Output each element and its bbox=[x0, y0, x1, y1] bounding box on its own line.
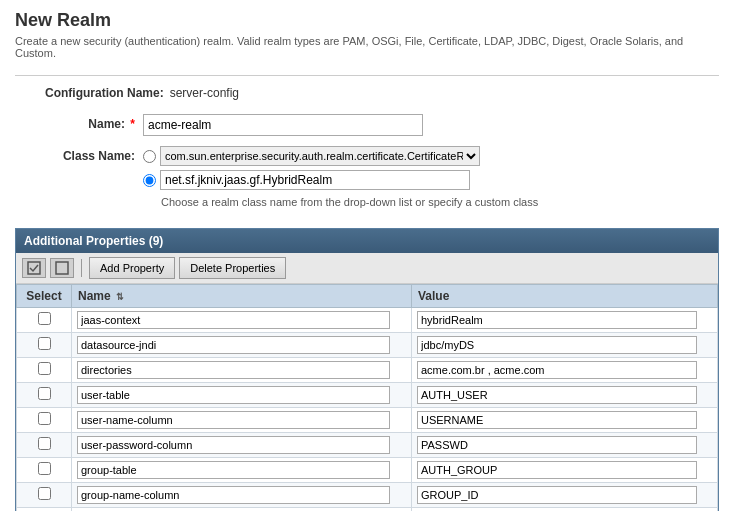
class-name-row: Class Name: com.sun.enterprise.security.… bbox=[35, 146, 719, 208]
class-name-select[interactable]: com.sun.enterprise.security.auth.realm.c… bbox=[160, 146, 480, 166]
config-name-row: Configuration Name: server-config bbox=[15, 86, 719, 100]
row-checkbox[interactable] bbox=[38, 337, 51, 350]
row-select-cell bbox=[17, 308, 72, 333]
name-row: Name: * bbox=[35, 114, 719, 136]
row-value-input[interactable] bbox=[417, 411, 697, 429]
row-name-input[interactable] bbox=[77, 311, 390, 329]
table-row bbox=[17, 333, 718, 358]
row-checkbox[interactable] bbox=[38, 312, 51, 325]
row-name-input[interactable] bbox=[77, 461, 390, 479]
required-star: * bbox=[130, 117, 135, 131]
row-name-cell bbox=[72, 433, 412, 458]
row-select-cell bbox=[17, 408, 72, 433]
page-description: Create a new security (authentication) r… bbox=[15, 35, 719, 59]
row-name-cell bbox=[72, 483, 412, 508]
svg-rect-1 bbox=[56, 262, 68, 274]
row-name-cell bbox=[72, 458, 412, 483]
row-checkbox[interactable] bbox=[38, 462, 51, 475]
deselect-all-icon bbox=[55, 261, 69, 275]
row-value-cell bbox=[412, 483, 718, 508]
table-row bbox=[17, 433, 718, 458]
sort-icon[interactable]: ⇅ bbox=[116, 292, 124, 302]
row-checkbox[interactable] bbox=[38, 362, 51, 375]
row-checkbox[interactable] bbox=[38, 437, 51, 450]
table-row bbox=[17, 508, 718, 512]
deselect-all-button[interactable] bbox=[50, 258, 74, 278]
row-select-cell bbox=[17, 383, 72, 408]
form-section: Name: * Class Name: com.sun.enterprise.s… bbox=[15, 114, 719, 208]
row-checkbox[interactable] bbox=[38, 487, 51, 500]
row-name-cell bbox=[72, 358, 412, 383]
config-section: Configuration Name: server-config Name: … bbox=[15, 75, 719, 208]
row-value-cell bbox=[412, 333, 718, 358]
dropdown-radio[interactable] bbox=[143, 150, 156, 163]
row-select-cell bbox=[17, 458, 72, 483]
custom-radio-row bbox=[143, 170, 538, 190]
row-select-cell bbox=[17, 508, 72, 512]
row-value-cell bbox=[412, 308, 718, 333]
row-value-input[interactable] bbox=[417, 461, 697, 479]
row-value-cell bbox=[412, 433, 718, 458]
page-title: New Realm bbox=[15, 10, 719, 31]
table-row bbox=[17, 358, 718, 383]
row-select-cell bbox=[17, 333, 72, 358]
class-name-section: com.sun.enterprise.security.auth.realm.c… bbox=[143, 146, 538, 208]
row-value-cell bbox=[412, 508, 718, 512]
row-name-input[interactable] bbox=[77, 436, 390, 454]
row-name-cell bbox=[72, 508, 412, 512]
svg-rect-0 bbox=[28, 262, 40, 274]
col-header-name: Name ⇅ bbox=[72, 285, 412, 308]
row-name-cell bbox=[72, 333, 412, 358]
toolbar-separator bbox=[81, 259, 82, 277]
table-row bbox=[17, 483, 718, 508]
name-field bbox=[143, 114, 423, 136]
col-header-value: Value bbox=[412, 285, 718, 308]
col-header-select: Select bbox=[17, 285, 72, 308]
row-name-input[interactable] bbox=[77, 411, 390, 429]
properties-tbody bbox=[17, 308, 718, 512]
table-row bbox=[17, 383, 718, 408]
dropdown-radio-row: com.sun.enterprise.security.auth.realm.c… bbox=[143, 146, 538, 166]
row-checkbox[interactable] bbox=[38, 412, 51, 425]
name-label: Name: * bbox=[35, 114, 135, 131]
row-select-cell bbox=[17, 433, 72, 458]
row-name-input[interactable] bbox=[77, 336, 390, 354]
delete-properties-button[interactable]: Delete Properties bbox=[179, 257, 286, 279]
additional-properties: Additional Properties (9) Add Property D… bbox=[15, 228, 719, 511]
row-value-input[interactable] bbox=[417, 386, 697, 404]
select-all-icon bbox=[27, 261, 41, 275]
add-property-button[interactable]: Add Property bbox=[89, 257, 175, 279]
table-row bbox=[17, 308, 718, 333]
row-value-cell bbox=[412, 383, 718, 408]
row-name-input[interactable] bbox=[77, 361, 390, 379]
section-header: Additional Properties (9) bbox=[16, 229, 718, 253]
row-value-input[interactable] bbox=[417, 311, 697, 329]
toolbar: Add Property Delete Properties bbox=[16, 253, 718, 284]
row-select-cell bbox=[17, 358, 72, 383]
select-all-button[interactable] bbox=[22, 258, 46, 278]
row-value-input[interactable] bbox=[417, 436, 697, 454]
class-name-label: Class Name: bbox=[35, 146, 135, 163]
page-container: New Realm Create a new security (authent… bbox=[0, 0, 734, 511]
row-name-cell bbox=[72, 408, 412, 433]
row-value-cell bbox=[412, 458, 718, 483]
table-row bbox=[17, 458, 718, 483]
row-checkbox[interactable] bbox=[38, 387, 51, 400]
config-name-value: server-config bbox=[170, 86, 239, 100]
row-name-input[interactable] bbox=[77, 486, 390, 504]
row-value-input[interactable] bbox=[417, 336, 697, 354]
row-value-cell bbox=[412, 408, 718, 433]
row-value-cell bbox=[412, 358, 718, 383]
row-select-cell bbox=[17, 483, 72, 508]
properties-table: Select Name ⇅ Value bbox=[16, 284, 718, 511]
custom-class-input[interactable] bbox=[160, 170, 470, 190]
custom-radio[interactable] bbox=[143, 174, 156, 187]
row-name-input[interactable] bbox=[77, 386, 390, 404]
table-row bbox=[17, 408, 718, 433]
row-name-cell bbox=[72, 308, 412, 333]
row-value-input[interactable] bbox=[417, 486, 697, 504]
name-input[interactable] bbox=[143, 114, 423, 136]
config-name-label: Configuration Name: bbox=[45, 86, 164, 100]
row-name-cell bbox=[72, 383, 412, 408]
row-value-input[interactable] bbox=[417, 361, 697, 379]
